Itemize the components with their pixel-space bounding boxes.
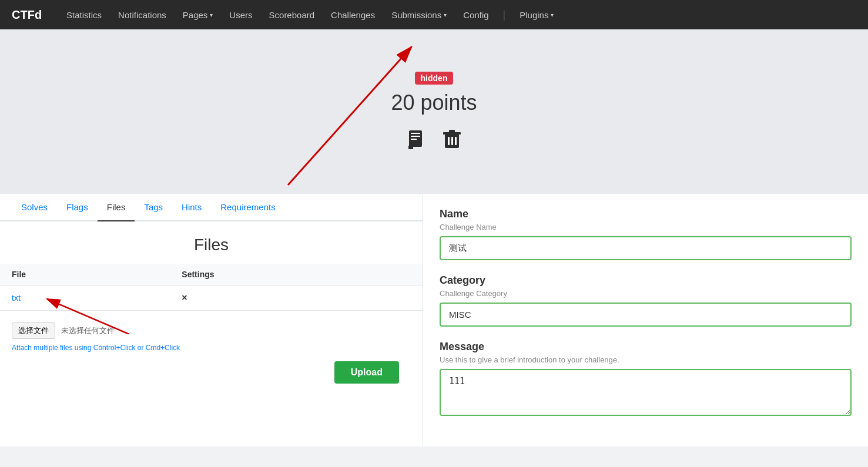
tab-files[interactable]: Files bbox=[98, 194, 135, 221]
files-table: File Settings txt × bbox=[0, 264, 423, 311]
nav-config[interactable]: Config bbox=[456, 2, 495, 28]
brand-logo[interactable]: CTFd bbox=[12, 8, 42, 22]
nav-statistics[interactable]: Statistics bbox=[59, 2, 109, 28]
tab-solves[interactable]: Solves bbox=[12, 194, 57, 221]
no-file-label: 未选择任何文件 bbox=[61, 325, 115, 336]
message-textarea[interactable]: 111 bbox=[440, 369, 852, 416]
nav-submissions[interactable]: Submissions ▾ bbox=[384, 2, 454, 28]
points-label: 20 points bbox=[391, 90, 477, 115]
nav-scoreboard[interactable]: Scoreboard bbox=[262, 2, 322, 28]
svg-rect-3 bbox=[411, 133, 420, 134]
choose-file-button[interactable]: 选择文件 bbox=[12, 322, 55, 339]
file-link[interactable]: txt bbox=[12, 293, 21, 303]
delete-button[interactable] bbox=[440, 127, 464, 158]
category-field-group: Category Challenge Category bbox=[440, 274, 852, 327]
challenge-tabs: Solves Flags Files Tags Hints Requiremen… bbox=[0, 194, 423, 221]
category-label: Category bbox=[440, 274, 852, 287]
tab-hints[interactable]: Hints bbox=[172, 194, 211, 221]
nav-notifications[interactable]: Notifications bbox=[111, 2, 173, 28]
main-content: Solves Flags Files Tags Hints Requiremen… bbox=[0, 194, 868, 446]
hero-actions bbox=[405, 127, 464, 158]
name-input[interactable] bbox=[440, 236, 852, 260]
svg-rect-6 bbox=[408, 146, 413, 149]
tab-requirements[interactable]: Requirements bbox=[211, 194, 284, 221]
pages-caret-icon: ▾ bbox=[210, 12, 213, 18]
svg-rect-5 bbox=[411, 139, 417, 140]
trash-icon bbox=[443, 129, 461, 152]
svg-rect-9 bbox=[449, 130, 455, 133]
delete-file-button[interactable]: × bbox=[182, 293, 187, 303]
file-row: txt × bbox=[0, 285, 423, 311]
nav-challenges[interactable]: Challenges bbox=[324, 2, 382, 28]
nav-separator: | bbox=[498, 9, 511, 21]
message-hint: Use this to give a brief introduction to… bbox=[440, 355, 852, 364]
col-settings: Settings bbox=[170, 264, 423, 285]
nav-users[interactable]: Users bbox=[222, 2, 259, 28]
upload-section: 选择文件 未选择任何文件 Attach multiple files using… bbox=[0, 322, 423, 395]
files-title: Files bbox=[0, 221, 423, 264]
message-label: Message bbox=[440, 341, 852, 353]
category-input[interactable] bbox=[440, 303, 852, 327]
attach-hint: Attach multiple files using Control+Clic… bbox=[12, 344, 411, 352]
edit-button[interactable] bbox=[405, 127, 428, 158]
navbar: CTFd Statistics Notifications Pages ▾ Us… bbox=[0, 0, 868, 29]
nav-pages[interactable]: Pages ▾ bbox=[176, 2, 220, 28]
svg-rect-11 bbox=[451, 137, 453, 145]
col-file: File bbox=[0, 264, 170, 285]
nav-plugins[interactable]: Plugins ▾ bbox=[512, 2, 561, 28]
document-edit-icon bbox=[407, 129, 426, 152]
category-sublabel: Challenge Category bbox=[440, 289, 852, 298]
nav-items: Statistics Notifications Pages ▾ Users S… bbox=[59, 2, 856, 28]
hero-section: hidden 20 points bbox=[0, 29, 868, 194]
submissions-caret-icon: ▾ bbox=[444, 12, 447, 18]
svg-rect-12 bbox=[455, 137, 457, 145]
name-label: Name bbox=[440, 208, 852, 220]
upload-button[interactable]: Upload bbox=[334, 361, 399, 384]
name-sublabel: Challenge Name bbox=[440, 223, 852, 231]
tab-tags[interactable]: Tags bbox=[135, 194, 172, 221]
message-field-group: Message Use this to give a brief introdu… bbox=[440, 341, 852, 418]
name-field-group: Name Challenge Name bbox=[440, 208, 852, 260]
svg-line-1 bbox=[288, 47, 411, 185]
file-upload-row: 选择文件 未选择任何文件 bbox=[12, 322, 411, 339]
tab-flags[interactable]: Flags bbox=[57, 194, 98, 221]
svg-rect-4 bbox=[411, 136, 420, 137]
svg-rect-10 bbox=[448, 137, 450, 145]
right-panel: Name Challenge Name Category Challenge C… bbox=[423, 194, 868, 446]
plugins-caret-icon: ▾ bbox=[551, 12, 554, 18]
hidden-badge: hidden bbox=[415, 72, 454, 85]
left-panel: Solves Flags Files Tags Hints Requiremen… bbox=[0, 194, 423, 446]
